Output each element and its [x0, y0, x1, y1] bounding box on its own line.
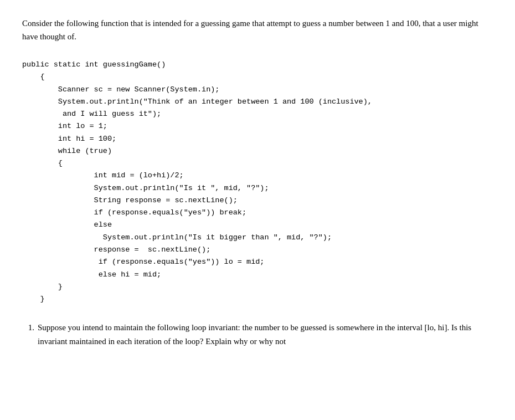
code-block: public static int guessingGame() { Scann…: [22, 59, 493, 305]
question-number-1: 1.: [22, 321, 34, 335]
question-section: 1. Suppose you intend to maintain the fo…: [22, 321, 493, 349]
intro-paragraph: Consider the following function that is …: [22, 17, 493, 43]
question-item-1: 1. Suppose you intend to maintain the fo…: [22, 321, 493, 349]
question-body-1: Suppose you intend to maintain the follo…: [38, 321, 493, 349]
